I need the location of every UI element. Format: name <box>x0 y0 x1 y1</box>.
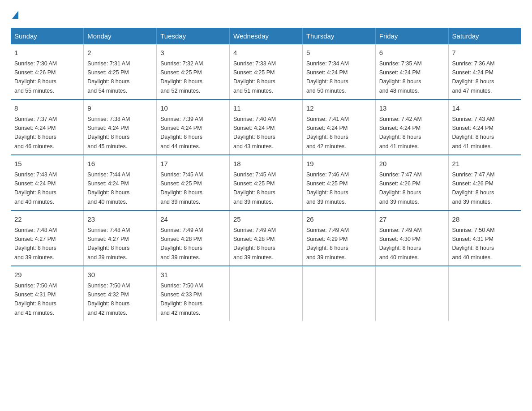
column-header-friday: Friday <box>375 28 448 44</box>
day-info: Sunrise: 7:40 AMSunset: 4:24 PMDaylight:… <box>233 116 276 150</box>
calendar-cell: 27 Sunrise: 7:49 AMSunset: 4:30 PMDaylig… <box>375 210 448 266</box>
column-header-tuesday: Tuesday <box>157 28 230 44</box>
column-header-saturday: Saturday <box>448 28 521 44</box>
calendar-cell: 16 Sunrise: 7:44 AMSunset: 4:24 PMDaylig… <box>84 155 157 210</box>
day-info: Sunrise: 7:47 AMSunset: 4:26 PMDaylight:… <box>452 171 495 205</box>
calendar-cell: 4 Sunrise: 7:33 AMSunset: 4:25 PMDayligh… <box>230 44 303 99</box>
logo-arrow-icon <box>12 11 18 19</box>
day-info: Sunrise: 7:48 AMSunset: 4:27 PMDaylight:… <box>14 227 57 261</box>
day-info: Sunrise: 7:31 AMSunset: 4:25 PMDaylight:… <box>87 60 130 94</box>
calendar-cell: 7 Sunrise: 7:36 AMSunset: 4:24 PMDayligh… <box>448 44 521 99</box>
day-number: 30 <box>87 270 153 280</box>
calendar-cell: 28 Sunrise: 7:50 AMSunset: 4:31 PMDaylig… <box>448 210 521 266</box>
calendar-cell: 26 Sunrise: 7:49 AMSunset: 4:29 PMDaylig… <box>302 210 375 266</box>
day-number: 26 <box>306 214 372 225</box>
calendar-cell: 17 Sunrise: 7:45 AMSunset: 4:25 PMDaylig… <box>157 155 230 210</box>
day-info: Sunrise: 7:43 AMSunset: 4:24 PMDaylight:… <box>14 171 57 205</box>
calendar-cell: 9 Sunrise: 7:38 AMSunset: 4:24 PMDayligh… <box>84 99 157 155</box>
day-number: 10 <box>160 103 226 114</box>
day-info: Sunrise: 7:34 AMSunset: 4:24 PMDaylight:… <box>306 60 349 94</box>
day-number: 16 <box>87 159 153 169</box>
calendar-cell: 1 Sunrise: 7:30 AMSunset: 4:26 PMDayligh… <box>11 44 84 99</box>
day-number: 28 <box>452 214 518 225</box>
calendar-cell: 20 Sunrise: 7:47 AMSunset: 4:26 PMDaylig… <box>375 155 448 210</box>
calendar-cell: 23 Sunrise: 7:48 AMSunset: 4:27 PMDaylig… <box>84 210 157 266</box>
calendar-header-row: SundayMondayTuesdayWednesdayThursdayFrid… <box>11 28 521 44</box>
day-info: Sunrise: 7:33 AMSunset: 4:25 PMDaylight:… <box>233 60 276 94</box>
day-info: Sunrise: 7:36 AMSunset: 4:24 PMDaylight:… <box>452 60 495 94</box>
day-info: Sunrise: 7:45 AMSunset: 4:25 PMDaylight:… <box>160 171 203 205</box>
calendar-cell: 10 Sunrise: 7:39 AMSunset: 4:24 PMDaylig… <box>157 99 230 155</box>
calendar-cell: 11 Sunrise: 7:40 AMSunset: 4:24 PMDaylig… <box>230 99 303 155</box>
day-number: 11 <box>233 103 299 114</box>
day-number: 12 <box>306 103 372 114</box>
calendar-cell: 8 Sunrise: 7:37 AMSunset: 4:24 PMDayligh… <box>11 99 84 155</box>
day-number: 7 <box>452 48 518 58</box>
calendar-cell: 22 Sunrise: 7:48 AMSunset: 4:27 PMDaylig… <box>11 210 84 266</box>
day-number: 8 <box>14 103 80 114</box>
day-number: 5 <box>306 48 372 58</box>
column-header-wednesday: Wednesday <box>230 28 303 44</box>
calendar-cell: 25 Sunrise: 7:49 AMSunset: 4:28 PMDaylig… <box>230 210 303 266</box>
day-info: Sunrise: 7:45 AMSunset: 4:25 PMDaylight:… <box>233 171 276 205</box>
day-number: 18 <box>233 159 299 169</box>
calendar-cell <box>375 266 448 321</box>
week-row-4: 22 Sunrise: 7:48 AMSunset: 4:27 PMDaylig… <box>11 210 521 266</box>
day-number: 15 <box>14 159 80 169</box>
day-number: 23 <box>87 214 153 225</box>
calendar-cell: 6 Sunrise: 7:35 AMSunset: 4:24 PMDayligh… <box>375 44 448 99</box>
day-info: Sunrise: 7:50 AMSunset: 4:33 PMDaylight:… <box>160 283 203 316</box>
calendar-cell: 13 Sunrise: 7:42 AMSunset: 4:24 PMDaylig… <box>375 99 448 155</box>
day-info: Sunrise: 7:50 AMSunset: 4:31 PMDaylight:… <box>452 227 495 261</box>
day-number: 27 <box>379 214 445 225</box>
calendar-cell: 5 Sunrise: 7:34 AMSunset: 4:24 PMDayligh… <box>302 44 375 99</box>
day-info: Sunrise: 7:38 AMSunset: 4:24 PMDaylight:… <box>87 116 130 150</box>
week-row-5: 29 Sunrise: 7:50 AMSunset: 4:31 PMDaylig… <box>11 266 521 321</box>
calendar-table: SundayMondayTuesdayWednesdayThursdayFrid… <box>11 28 521 321</box>
day-info: Sunrise: 7:47 AMSunset: 4:26 PMDaylight:… <box>379 171 422 205</box>
day-number: 22 <box>14 214 80 225</box>
calendar-cell: 24 Sunrise: 7:49 AMSunset: 4:28 PMDaylig… <box>157 210 230 266</box>
day-number: 2 <box>87 48 153 58</box>
calendar-cell: 12 Sunrise: 7:41 AMSunset: 4:24 PMDaylig… <box>302 99 375 155</box>
day-number: 20 <box>379 159 445 169</box>
calendar-cell: 30 Sunrise: 7:50 AMSunset: 4:32 PMDaylig… <box>84 266 157 321</box>
day-number: 29 <box>14 270 80 280</box>
day-info: Sunrise: 7:44 AMSunset: 4:24 PMDaylight:… <box>87 171 130 205</box>
day-number: 3 <box>160 48 226 58</box>
day-number: 13 <box>379 103 445 114</box>
calendar-cell: 18 Sunrise: 7:45 AMSunset: 4:25 PMDaylig… <box>230 155 303 210</box>
calendar-cell: 31 Sunrise: 7:50 AMSunset: 4:33 PMDaylig… <box>157 266 230 321</box>
day-info: Sunrise: 7:37 AMSunset: 4:24 PMDaylight:… <box>14 116 57 150</box>
week-row-2: 8 Sunrise: 7:37 AMSunset: 4:24 PMDayligh… <box>11 99 521 155</box>
calendar-cell <box>230 266 303 321</box>
day-info: Sunrise: 7:46 AMSunset: 4:25 PMDaylight:… <box>306 171 349 205</box>
calendar-cell: 29 Sunrise: 7:50 AMSunset: 4:31 PMDaylig… <box>11 266 84 321</box>
day-info: Sunrise: 7:39 AMSunset: 4:24 PMDaylight:… <box>160 116 203 150</box>
page-header <box>11 11 521 19</box>
day-info: Sunrise: 7:50 AMSunset: 4:32 PMDaylight:… <box>87 283 130 316</box>
day-info: Sunrise: 7:49 AMSunset: 4:30 PMDaylight:… <box>379 227 422 261</box>
day-info: Sunrise: 7:50 AMSunset: 4:31 PMDaylight:… <box>14 283 57 316</box>
day-info: Sunrise: 7:49 AMSunset: 4:28 PMDaylight:… <box>233 227 276 261</box>
day-info: Sunrise: 7:41 AMSunset: 4:24 PMDaylight:… <box>306 116 349 150</box>
week-row-3: 15 Sunrise: 7:43 AMSunset: 4:24 PMDaylig… <box>11 155 521 210</box>
calendar-cell: 3 Sunrise: 7:32 AMSunset: 4:25 PMDayligh… <box>157 44 230 99</box>
day-number: 6 <box>379 48 445 58</box>
day-number: 25 <box>233 214 299 225</box>
day-info: Sunrise: 7:49 AMSunset: 4:29 PMDaylight:… <box>306 227 349 261</box>
column-header-thursday: Thursday <box>302 28 375 44</box>
day-info: Sunrise: 7:32 AMSunset: 4:25 PMDaylight:… <box>160 60 203 94</box>
day-info: Sunrise: 7:49 AMSunset: 4:28 PMDaylight:… <box>160 227 203 261</box>
calendar-cell: 19 Sunrise: 7:46 AMSunset: 4:25 PMDaylig… <box>302 155 375 210</box>
calendar-cell: 14 Sunrise: 7:43 AMSunset: 4:24 PMDaylig… <box>448 99 521 155</box>
logo <box>11 11 18 19</box>
day-number: 14 <box>452 103 518 114</box>
day-number: 19 <box>306 159 372 169</box>
column-header-monday: Monday <box>84 28 157 44</box>
day-info: Sunrise: 7:35 AMSunset: 4:24 PMDaylight:… <box>379 60 422 94</box>
calendar-cell: 21 Sunrise: 7:47 AMSunset: 4:26 PMDaylig… <box>448 155 521 210</box>
day-number: 9 <box>87 103 153 114</box>
day-number: 24 <box>160 214 226 225</box>
day-number: 31 <box>160 270 226 280</box>
